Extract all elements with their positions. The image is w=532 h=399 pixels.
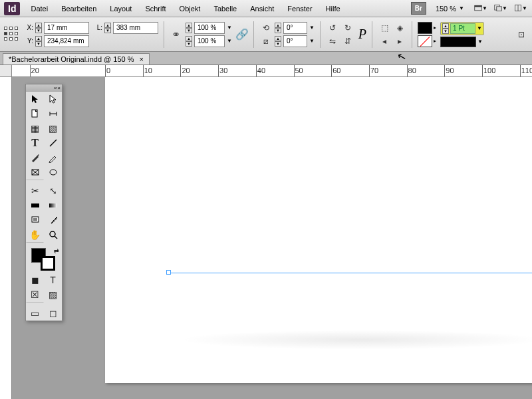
y-spinner[interactable]: ▲▼ [35, 36, 42, 47]
canvas-area[interactable]: « × ▦ ▧ T ✂ ⤡ ✋ [12, 77, 532, 399]
chevron-down-icon[interactable]: ▼ [309, 25, 315, 31]
chevron-down-icon[interactable]: ▼ [227, 25, 232, 31]
flip-v-icon[interactable]: ⇵ [341, 35, 354, 47]
svg-rect-14 [49, 203, 57, 207]
content-placer-tool[interactable]: ▧ [44, 121, 62, 136]
l-input[interactable] [113, 22, 158, 34]
shear-input[interactable] [283, 35, 307, 47]
ellipse-tool[interactable] [44, 165, 62, 180]
menu-type[interactable]: Schrift [138, 2, 172, 15]
chevron-down-icon[interactable]: ▸ [434, 25, 436, 31]
free-transform-tool[interactable]: ⤡ [44, 184, 62, 198]
apply-gradient-icon[interactable]: ▨ [44, 287, 62, 302]
rotate-spinner[interactable]: ▲▼ [275, 23, 281, 33]
chevron-down-icon[interactable]: ▼ [227, 38, 232, 44]
menu-view[interactable]: Ansicht [243, 2, 281, 15]
page-tool[interactable] [26, 106, 44, 121]
x-input[interactable] [44, 22, 89, 34]
page[interactable] [105, 77, 532, 383]
stroke-style-swatch[interactable] [440, 37, 476, 47]
pencil-tool[interactable] [44, 150, 62, 165]
chevron-down-icon[interactable]: ▼ [477, 25, 482, 31]
preview-view-icon[interactable]: ◻ [44, 306, 62, 321]
menu-file[interactable]: Datei [24, 2, 55, 15]
ruler-tick: 30 [218, 65, 219, 77]
close-tab-icon[interactable]: × [140, 55, 144, 63]
screen-mode-button[interactable]: ▼ [473, 2, 488, 15]
l-spinner[interactable]: ▲▼ [104, 23, 111, 33]
bridge-button[interactable]: Br [411, 2, 426, 15]
fill-swatch[interactable] [418, 22, 432, 34]
scissors-tool[interactable]: ✂ [26, 184, 44, 198]
line-tool[interactable] [44, 136, 62, 150]
select-content-icon[interactable]: ◈ [393, 22, 406, 34]
direct-selection-tool[interactable] [44, 92, 62, 106]
close-icon[interactable]: × [57, 85, 61, 91]
rotate-cw-icon[interactable]: ↻ [341, 22, 354, 34]
paragraph-style-icon[interactable]: P [358, 27, 366, 42]
menu-table[interactable]: Tabelle [207, 2, 243, 15]
y-input[interactable] [44, 35, 89, 47]
palette-titlebar[interactable]: « × [26, 84, 62, 92]
ruler-origin[interactable] [0, 65, 12, 77]
gap-tool[interactable] [44, 106, 62, 121]
rectangle-frame-tool[interactable] [26, 165, 44, 180]
select-container-icon[interactable]: ⬚ [378, 22, 391, 34]
document-tab[interactable]: *Bachelorarbeit Original.indd @ 150 % × [3, 53, 150, 65]
pen-tool[interactable] [26, 150, 44, 165]
constrain-proportions-icon[interactable]: ⚭ [170, 23, 182, 47]
content-collector-tool[interactable]: ▦ [26, 121, 44, 136]
scale-y-spinner[interactable]: ▲▼ [186, 36, 192, 47]
scale-y-input[interactable] [194, 35, 225, 47]
apply-none-icon[interactable]: ☒ [26, 287, 44, 302]
stroke-weight-spinner[interactable]: ▲▼ [442, 23, 449, 34]
menu-layout[interactable]: Layout [103, 2, 138, 15]
rotate-input[interactable] [283, 22, 307, 34]
x-spinner[interactable]: ▲▼ [35, 23, 42, 33]
tools-palette: « × ▦ ▧ T ✂ ⤡ ✋ [25, 84, 63, 321]
flip-h-icon[interactable]: ⇋ [326, 35, 339, 47]
selected-line-object[interactable] [169, 273, 532, 273]
select-prev-icon[interactable]: ◂ [378, 35, 391, 47]
svg-point-12 [50, 170, 57, 175]
vertical-ruler[interactable] [0, 77, 12, 399]
normal-view-icon[interactable]: ▭ [26, 306, 44, 321]
rotate-ccw-icon[interactable]: ↺ [326, 22, 339, 34]
collapse-icon[interactable]: « [54, 85, 57, 91]
type-tool[interactable]: T [26, 136, 44, 150]
menu-edit[interactable]: Bearbeiten [55, 2, 103, 15]
stroke-swatch[interactable] [418, 35, 432, 47]
note-tool[interactable] [26, 213, 44, 227]
eyedropper-tool[interactable] [44, 213, 62, 227]
fill-stroke-swatch[interactable]: ⇄ [26, 246, 62, 273]
chevron-down-icon[interactable]: ▸ [434, 38, 436, 44]
selection-tool[interactable] [26, 92, 44, 106]
apply-color-icon[interactable]: ◼ [26, 273, 44, 287]
chevron-down-icon[interactable]: ▼ [309, 38, 315, 44]
line-handle[interactable] [166, 270, 171, 275]
zoom-tool[interactable] [44, 227, 62, 242]
select-next-icon[interactable]: ▸ [393, 35, 406, 47]
gradient-feather-tool[interactable] [44, 198, 62, 213]
scale-x-input[interactable] [194, 22, 225, 34]
svg-rect-15 [32, 217, 39, 222]
shear-spinner[interactable]: ▲▼ [275, 36, 281, 47]
ruler-tick: 90 [444, 65, 445, 77]
zoom-level-dropdown[interactable]: 150 % ▼ [432, 3, 468, 14]
chevron-down-icon[interactable]: ▼ [477, 39, 483, 45]
swap-fill-stroke-icon[interactable]: ⇄ [54, 247, 59, 254]
menu-object[interactable]: Objekt [173, 2, 207, 15]
link-scale-icon[interactable]: 🔗 [236, 23, 248, 47]
hand-tool[interactable]: ✋ [26, 227, 44, 242]
quick-apply-icon[interactable]: ⊡ [515, 29, 528, 41]
stroke-weight-input[interactable] [450, 23, 475, 34]
scale-x-spinner[interactable]: ▲▼ [186, 23, 192, 33]
apply-text-color-icon[interactable]: T [44, 273, 62, 287]
gradient-swatch-tool[interactable] [26, 198, 44, 213]
reference-point-selector[interactable] [4, 27, 20, 43]
workspace-button[interactable]: ▼ [513, 2, 528, 15]
menu-window[interactable]: Fenster [281, 2, 319, 15]
horizontal-ruler[interactable]: 200102030405060708090100110 [0, 65, 532, 77]
arrange-button[interactable]: ▼ [493, 2, 508, 15]
menu-help[interactable]: Hilfe [319, 2, 347, 15]
